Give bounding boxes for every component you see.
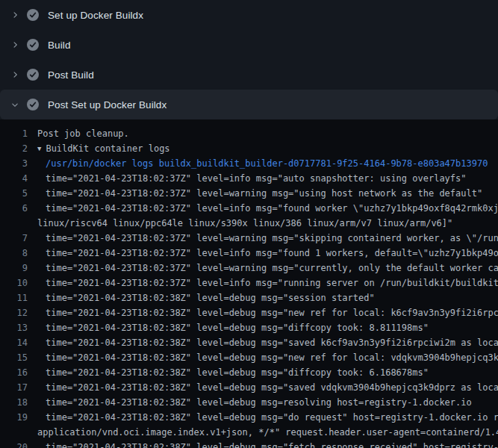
log-line: application/vnd.oci.image.index.v1+json,…	[0, 425, 498, 440]
log-line-content: time="2021-04-23T18:02:38Z" level=debug …	[46, 410, 498, 425]
log-line: 6 time="2021-04-23T18:02:37Z" level=info…	[0, 201, 498, 216]
log-line-content: time="2021-04-23T18:02:37Z" level=warnin…	[46, 261, 498, 276]
log-line-content: time="2021-04-23T18:02:37Z" level=info m…	[46, 171, 467, 186]
log-line-number[interactable]: 16	[0, 365, 28, 380]
log-line-text: time="2021-04-23T18:02:37Z" level=info m…	[46, 276, 498, 290]
log-line-content: time="2021-04-23T18:02:38Z" level=debug …	[46, 290, 375, 305]
log-line-content: Post job cleanup.	[37, 126, 129, 141]
log-line-content: time="2021-04-23T18:02:38Z" level=debug …	[46, 440, 498, 448]
log-line-number[interactable]: 2	[0, 141, 28, 156]
step-header[interactable]: Build	[0, 30, 498, 60]
step-header[interactable]: Set up Docker Buildx	[0, 0, 498, 30]
log-line-text: time="2021-04-23T18:02:38Z" level=debug …	[46, 305, 498, 320]
log-line: 17 time="2021-04-23T18:02:38Z" level=deb…	[0, 380, 498, 395]
log-line: 4 time="2021-04-23T18:02:37Z" level=info…	[0, 171, 498, 186]
log-line: 10 time="2021-04-23T18:02:37Z" level=inf…	[0, 276, 498, 290]
log-line: 11 time="2021-04-23T18:02:38Z" level=deb…	[0, 290, 498, 305]
log-line-content: time="2021-04-23T18:02:38Z" level=debug …	[46, 395, 472, 410]
log-line-text: time="2021-04-23T18:02:38Z" level=debug …	[46, 290, 375, 305]
log-line: 1 Post job cleanup.	[0, 126, 498, 141]
log-line-number[interactable]: 15	[0, 350, 28, 365]
log-line: 13 time="2021-04-23T18:02:38Z" level=deb…	[0, 320, 498, 335]
log-line-number[interactable]: 3	[0, 156, 28, 171]
log-line: 15 time="2021-04-23T18:02:38Z" level=deb…	[0, 350, 498, 365]
step-label: Build	[48, 40, 71, 51]
log-line-number[interactable]	[0, 216, 28, 231]
log-line-number[interactable]: 12	[0, 305, 28, 320]
check-circle-icon	[27, 39, 39, 51]
log-line: 18 time="2021-04-23T18:02:38Z" level=deb…	[0, 395, 498, 410]
log-line-text: linux/riscv64 linux/ppc64le linux/s390x …	[37, 216, 452, 231]
log-line: 2 ▼BuildKit container logs	[0, 141, 498, 156]
log-line-content: time="2021-04-23T18:02:37Z" level=warnin…	[46, 186, 482, 201]
log-line-number[interactable]: 18	[0, 395, 28, 410]
log-line-text: time="2021-04-23T18:02:37Z" level=warnin…	[46, 186, 482, 201]
step-header[interactable]: Post Set up Docker Buildx	[0, 90, 498, 119]
group-collapse-icon[interactable]: ▼	[37, 141, 41, 156]
step-header[interactable]: Post Build	[0, 60, 498, 90]
log-line-text: Post job cleanup.	[37, 126, 129, 141]
log-line-text: time="2021-04-23T18:02:38Z" level=debug …	[46, 320, 429, 335]
log-line-text: /usr/bin/docker logs buildx_buildkit_bui…	[46, 156, 488, 171]
log-line-text: application/vnd.oci.image.index.v1+json,…	[37, 425, 498, 440]
log-line-content: /usr/bin/docker logs buildx_buildkit_bui…	[46, 156, 488, 171]
log-line: linux/riscv64 linux/ppc64le linux/s390x …	[0, 216, 498, 231]
log-line: 7 time="2021-04-23T18:02:37Z" level=warn…	[0, 231, 498, 246]
log-line-number[interactable]: 8	[0, 246, 28, 261]
check-circle-icon	[27, 9, 39, 21]
log-line: 20 time="2021-04-23T18:02:38Z" level=deb…	[0, 440, 498, 448]
log-line-text: time="2021-04-23T18:02:38Z" level=debug …	[46, 350, 498, 365]
log-line-content: application/vnd.oci.image.index.v1+json,…	[37, 425, 498, 440]
log-line-text: time="2021-04-23T18:02:38Z" level=debug …	[46, 335, 498, 350]
log-line: 14 time="2021-04-23T18:02:38Z" level=deb…	[0, 335, 498, 350]
log-line: 3 /usr/bin/docker logs buildx_buildkit_b…	[0, 156, 498, 171]
log-line-number[interactable]: 20	[0, 440, 28, 448]
log-line-text: time="2021-04-23T18:02:38Z" level=debug …	[46, 440, 498, 448]
log-line-number[interactable]: 9	[0, 261, 28, 276]
log-line-text: time="2021-04-23T18:02:38Z" level=debug …	[46, 410, 498, 425]
chevron-icon	[10, 40, 19, 49]
log-line-number[interactable]: 10	[0, 276, 28, 290]
log-line-content: linux/riscv64 linux/ppc64le linux/s390x …	[37, 216, 452, 231]
log-line-number[interactable]: 17	[0, 380, 28, 395]
actions-log-viewer: Set up Docker Buildx Build	[0, 0, 498, 448]
log-line-number[interactable]: 4	[0, 171, 28, 186]
log-area: 1 Post job cleanup. 2 ▼BuildKit containe…	[0, 119, 498, 448]
step-label: Post Build	[48, 69, 94, 81]
chevron-icon	[10, 70, 19, 79]
log-line-content: time="2021-04-23T18:02:38Z" level=debug …	[46, 350, 498, 365]
log-line-content: time="2021-04-23T18:02:38Z" level=debug …	[46, 365, 429, 380]
log-line-content: time="2021-04-23T18:02:37Z" level=info m…	[46, 246, 498, 261]
log-line-number[interactable]: 13	[0, 320, 28, 335]
log-line-number[interactable]: 19	[0, 410, 28, 425]
log-line-number[interactable]: 11	[0, 290, 28, 305]
log-line: 9 time="2021-04-23T18:02:37Z" level=warn…	[0, 261, 498, 276]
log-line-number[interactable]	[0, 425, 28, 440]
log-line-text: time="2021-04-23T18:02:37Z" level=info m…	[46, 171, 467, 186]
log-line: 12 time="2021-04-23T18:02:38Z" level=deb…	[0, 305, 498, 320]
log-line-number[interactable]: 1	[0, 126, 28, 141]
log-line-number[interactable]: 14	[0, 335, 28, 350]
log-line-content: ▼BuildKit container logs	[37, 141, 170, 156]
log-line-content: time="2021-04-23T18:02:37Z" level=warnin…	[46, 231, 498, 246]
log-line-number[interactable]: 7	[0, 231, 28, 246]
log-line-text: time="2021-04-23T18:02:38Z" level=debug …	[46, 365, 429, 380]
log-line-number[interactable]: 6	[0, 201, 28, 216]
log-line-text: time="2021-04-23T18:02:37Z" level=warnin…	[46, 231, 498, 246]
log-line-text: time="2021-04-23T18:02:37Z" level=warnin…	[46, 261, 498, 276]
log-line-text: time="2021-04-23T18:02:38Z" level=debug …	[46, 380, 498, 395]
log-line: 19 time="2021-04-23T18:02:38Z" level=deb…	[0, 410, 498, 425]
log-line: 5 time="2021-04-23T18:02:37Z" level=warn…	[0, 186, 498, 201]
log-line-number[interactable]: 5	[0, 186, 28, 201]
chevron-icon	[10, 10, 19, 19]
log-line-text: time="2021-04-23T18:02:37Z" level=info m…	[46, 246, 498, 261]
log-line-content: time="2021-04-23T18:02:38Z" level=debug …	[46, 380, 498, 395]
steps-list: Set up Docker Buildx Build	[0, 0, 498, 119]
log-line: 8 time="2021-04-23T18:02:37Z" level=info…	[0, 246, 498, 261]
check-circle-icon	[27, 99, 39, 111]
log-line-content: time="2021-04-23T18:02:37Z" level=info m…	[46, 276, 498, 290]
step-label: Post Set up Docker Buildx	[48, 99, 166, 111]
check-circle-icon	[27, 69, 39, 81]
log-line-content: time="2021-04-23T18:02:37Z" level=info m…	[46, 201, 498, 216]
log-line-text: BuildKit container logs	[46, 141, 169, 156]
